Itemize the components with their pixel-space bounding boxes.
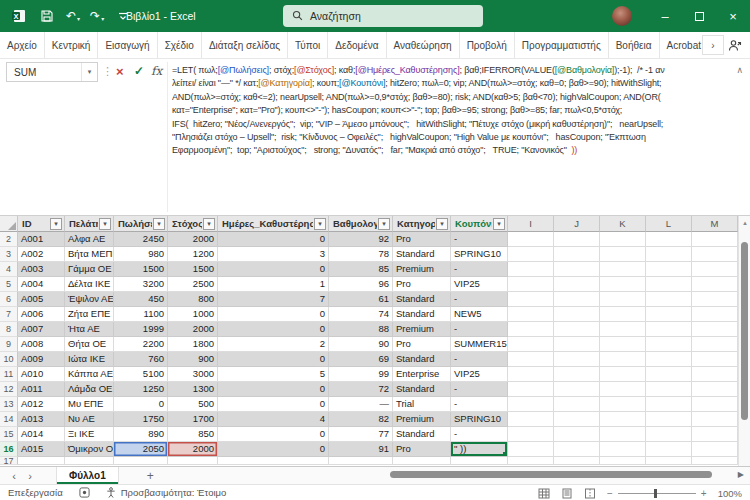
cell-r14-I[interactable]: [508, 412, 554, 427]
cell-r17c6[interactable]: [329, 457, 393, 465]
cell-r2c2[interactable]: Αλφα ΑΕ: [65, 232, 114, 247]
cell-r7-M[interactable]: [692, 307, 738, 322]
cell-r7c2[interactable]: Ζήτα ΕΠΕ: [65, 307, 114, 322]
cell-r16c7[interactable]: Pro: [393, 442, 451, 457]
ribbon-tab-Βοήθεια[interactable]: Βοήθεια: [609, 32, 660, 58]
cell-r3c3[interactable]: 980: [114, 247, 168, 262]
cell-r3c2[interactable]: Βήτα ΜΕΠΕ: [65, 247, 114, 262]
cell-r3-M[interactable]: [692, 247, 738, 262]
cell-r8c4[interactable]: 2000: [168, 322, 218, 337]
cell-r8c1[interactable]: A007: [18, 322, 65, 337]
cell-r11c7[interactable]: Enterprise: [393, 367, 451, 382]
search-box[interactable]: Αναζήτηση: [283, 5, 483, 27]
cell-r3c4[interactable]: 1200: [168, 247, 218, 262]
cell-r13c2[interactable]: Μυ ΕΠΕ: [65, 397, 114, 412]
cell-r7-L[interactable]: [646, 307, 692, 322]
cell-r17-I[interactable]: [508, 457, 554, 465]
cell-r13c3[interactable]: 0: [114, 397, 168, 412]
cell-r12-L[interactable]: [646, 382, 692, 397]
cell-r15-J[interactable]: [554, 427, 600, 442]
cell-r13-J[interactable]: [554, 397, 600, 412]
ribbon-tab-Κεντρική[interactable]: Κεντρική: [45, 32, 99, 58]
row-header-6[interactable]: 6: [0, 292, 18, 307]
column-header-ID[interactable]: ID▾: [18, 216, 65, 232]
cell-r16-M[interactable]: [692, 442, 738, 457]
cell-r5-L[interactable]: [646, 277, 692, 292]
vertical-scrollbar[interactable]: ▴: [738, 216, 750, 466]
cell-r2c7[interactable]: Pro: [393, 232, 451, 247]
column-header-K[interactable]: K: [600, 216, 646, 232]
cell-r7c7[interactable]: Standard: [393, 307, 451, 322]
row-header-17[interactable]: 17: [0, 457, 18, 465]
cell-r15c2[interactable]: Ξι ΙΚΕ: [65, 427, 114, 442]
cell-r10c2[interactable]: Ιώτα ΙΚΕ: [65, 352, 114, 367]
ribbon-tab-Προβολή[interactable]: Προβολή: [460, 32, 515, 58]
cell-r10-I[interactable]: [508, 352, 554, 367]
save-icon[interactable]: [38, 7, 56, 25]
excel-app-icon[interactable]: X: [10, 7, 28, 25]
cell-r5c5[interactable]: 1: [218, 277, 329, 292]
column-header-Στόχος[interactable]: Στόχος▾: [168, 216, 218, 232]
cell-r8c2[interactable]: Ήτα ΑΕ: [65, 322, 114, 337]
cell-r7c1[interactable]: A006: [18, 307, 65, 322]
cell-r11c5[interactable]: 5: [218, 367, 329, 382]
cell-r9c1[interactable]: A008: [18, 337, 65, 352]
horizontal-scroll-thumb[interactable]: [390, 471, 712, 478]
column-header-M[interactable]: M: [692, 216, 738, 232]
collapse-formula-bar-icon[interactable]: ∧: [736, 65, 743, 75]
cell-r12c6[interactable]: 72: [329, 382, 393, 397]
cell-r5c1[interactable]: A004: [18, 277, 65, 292]
cell-r11-M[interactable]: [692, 367, 738, 382]
filter-dropdown-button[interactable]: ▾: [378, 218, 390, 230]
row-header-5[interactable]: 5: [0, 277, 18, 292]
cell-r15c6[interactable]: 77: [329, 427, 393, 442]
cell-r17c8[interactable]: [451, 457, 508, 465]
cell-r5-I[interactable]: [508, 277, 554, 292]
cell-r12-K[interactable]: [600, 382, 646, 397]
minimize-button[interactable]: –: [648, 0, 682, 32]
cell-r4c3[interactable]: 1500: [114, 262, 168, 277]
cell-r2-I[interactable]: [508, 232, 554, 247]
cell-r14c2[interactable]: Νυ ΑΕ: [65, 412, 114, 427]
cell-r4c2[interactable]: Γάμμα ΟΕ: [65, 262, 114, 277]
zoom-track[interactable]: [618, 493, 696, 494]
cell-r14c5[interactable]: 4: [218, 412, 329, 427]
cell-r3c6[interactable]: 78: [329, 247, 393, 262]
cell-r14c3[interactable]: 1750: [114, 412, 168, 427]
cell-r16c5[interactable]: 0: [218, 442, 329, 457]
insert-function-button[interactable]: fx: [151, 64, 162, 78]
cell-r10c3[interactable]: 760: [114, 352, 168, 367]
maximize-button[interactable]: [682, 0, 716, 32]
cell-r12c3[interactable]: 1250: [114, 382, 168, 397]
cell-r16c6[interactable]: 91: [329, 442, 393, 457]
column-header-Κουπόνι[interactable]: Κουπόνι▾: [451, 216, 508, 232]
cell-r17-M[interactable]: [692, 457, 738, 465]
cell-r11c4[interactable]: 3000: [168, 367, 218, 382]
select-all-corner[interactable]: [0, 216, 18, 232]
ribbon-tab-Αναθεώρηση[interactable]: Αναθεώρηση: [387, 32, 460, 58]
ribbon-tab-Δεδομένα[interactable]: Δεδομένα: [328, 32, 386, 58]
name-box[interactable]: SUM ▾: [6, 62, 98, 82]
cell-r2-K[interactable]: [600, 232, 646, 247]
cell-r14c1[interactable]: A013: [18, 412, 65, 427]
cell-r10c5[interactable]: 0: [218, 352, 329, 367]
cell-r5-M[interactable]: [692, 277, 738, 292]
cell-r4-K[interactable]: [600, 262, 646, 277]
cell-r9c8[interactable]: SUMMER15: [451, 337, 508, 352]
cell-r15-L[interactable]: [646, 427, 692, 442]
cell-r15c8[interactable]: -: [451, 427, 508, 442]
cell-r11c1[interactable]: A010: [18, 367, 65, 382]
cell-r10c6[interactable]: 69: [329, 352, 393, 367]
cell-r3c7[interactable]: Standard: [393, 247, 451, 262]
column-header-L[interactable]: L: [646, 216, 692, 232]
normal-view-icon[interactable]: [538, 488, 550, 499]
filter-dropdown-button[interactable]: ▾: [50, 218, 62, 230]
name-box-dropdown-icon[interactable]: ▾: [81, 63, 97, 81]
cell-r16c1[interactable]: A015: [18, 442, 65, 457]
cell-r8c7[interactable]: Premium: [393, 322, 451, 337]
row-header-4[interactable]: 4: [0, 262, 18, 277]
close-button[interactable]: ×: [716, 0, 750, 32]
row-header-8[interactable]: 8: [0, 322, 18, 337]
cell-r10-L[interactable]: [646, 352, 692, 367]
filter-dropdown-button[interactable]: ▾: [493, 218, 505, 230]
